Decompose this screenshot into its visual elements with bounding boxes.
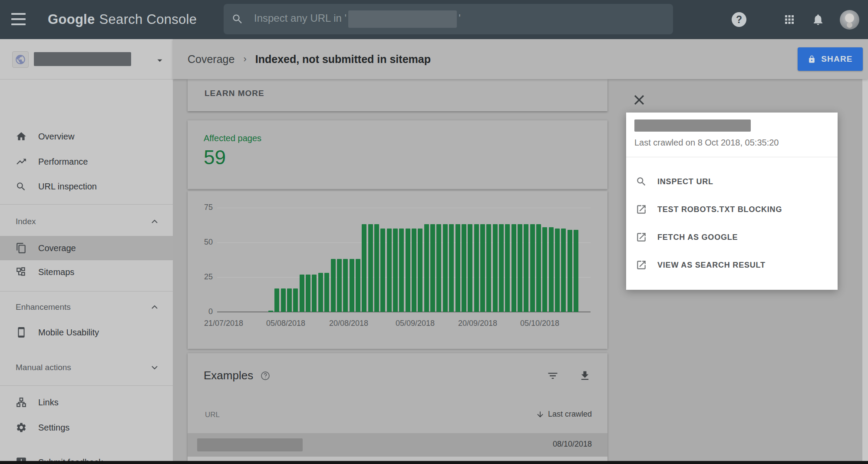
chart-bar bbox=[549, 227, 554, 312]
home-icon bbox=[16, 131, 27, 142]
chart-bar bbox=[337, 259, 342, 312]
sidebar-item-settings[interactable]: Settings bbox=[0, 415, 173, 440]
chart-bar bbox=[374, 224, 379, 312]
sidebar-item-sitemaps[interactable]: Sitemaps bbox=[0, 260, 173, 284]
chart-bar bbox=[412, 229, 416, 312]
learn-more-button[interactable]: LEARN MORE bbox=[204, 85, 265, 102]
menu-item-label: VIEW AS SEARCH RESULT bbox=[657, 261, 766, 270]
affected-pages-card: Affected pages 59 bbox=[188, 120, 607, 189]
chart-bar bbox=[274, 288, 279, 312]
examples-card: Examples URL Last crawled bbox=[188, 353, 607, 461]
chart-bar bbox=[343, 259, 348, 312]
smartphone-icon bbox=[16, 327, 27, 338]
x-tick-label: 20/09/2018 bbox=[458, 319, 497, 328]
search-icon bbox=[231, 13, 244, 25]
x-tick-label: 05/09/2018 bbox=[396, 319, 435, 328]
sidebar-item-label: Settings bbox=[38, 423, 69, 433]
chart-bar bbox=[350, 259, 354, 312]
chart-bar bbox=[455, 224, 460, 312]
chart-bar bbox=[480, 224, 485, 312]
section-header-manual-actions[interactable]: Manual actions bbox=[0, 356, 173, 379]
chart-bar bbox=[293, 288, 298, 312]
chart-bar bbox=[536, 224, 541, 312]
close-icon[interactable] bbox=[632, 93, 647, 107]
hamburger-menu-icon[interactable] bbox=[11, 13, 26, 25]
help-icon: ? bbox=[732, 12, 746, 27]
chart-bar bbox=[312, 275, 317, 312]
menu-item-test-robots[interactable]: TEST ROBOTS.TXT BLOCKING bbox=[626, 196, 838, 223]
search-icon bbox=[636, 176, 647, 187]
sidebar-item-overview[interactable]: Overview bbox=[0, 124, 173, 149]
sidebar-item-links[interactable]: Links bbox=[0, 390, 173, 414]
share-label: SHARE bbox=[821, 54, 853, 64]
property-selector[interactable] bbox=[0, 39, 173, 80]
chart-bar bbox=[443, 224, 448, 312]
filter-icon[interactable] bbox=[547, 370, 559, 384]
menu-item-label: INSPECT URL bbox=[657, 177, 713, 186]
menu-item-inspect-url[interactable]: INSPECT URL bbox=[626, 168, 838, 196]
sidebar-item-coverage[interactable]: Coverage bbox=[0, 236, 173, 260]
breadcrumb-chevron-icon: › bbox=[243, 53, 246, 65]
chart-bar bbox=[518, 224, 522, 312]
dropdown-arrow-icon bbox=[154, 55, 165, 66]
links-network-icon bbox=[16, 397, 27, 408]
chart-bar bbox=[393, 229, 398, 312]
help-button[interactable]: ? bbox=[727, 0, 751, 39]
help-outline-icon[interactable] bbox=[260, 371, 271, 381]
chart-bar bbox=[368, 224, 373, 312]
redacted-property-name bbox=[34, 52, 131, 66]
sidebar-nav: Overview Performance URL inspection Inde… bbox=[0, 39, 173, 461]
user-avatar[interactable] bbox=[840, 10, 859, 30]
share-button[interactable]: SHARE bbox=[798, 47, 863, 71]
chart-bar bbox=[524, 224, 528, 312]
chart-bar bbox=[424, 224, 429, 312]
sidebar-item-label: Mobile Usability bbox=[38, 328, 99, 338]
sidebar-item-mobile-usability[interactable]: Mobile Usability bbox=[0, 320, 173, 345]
menu-item-fetch-as-google[interactable]: FETCH AS GOOGLE bbox=[626, 223, 838, 251]
chart-bar bbox=[306, 275, 310, 312]
sidebar-item-performance[interactable]: Performance bbox=[0, 149, 173, 174]
chart-bar bbox=[331, 259, 336, 312]
column-header-last-crawled[interactable]: Last crawled bbox=[536, 410, 592, 419]
chevron-up-icon bbox=[149, 216, 160, 227]
url-inspect-search-input[interactable]: Inspect any URL in '' bbox=[224, 4, 673, 34]
breadcrumb-parent[interactable]: Coverage bbox=[188, 53, 234, 66]
last-crawled-cell: 08/10/2018 bbox=[553, 440, 592, 449]
sidebar-item-url-inspection[interactable]: URL inspection bbox=[0, 174, 173, 199]
scrollbar-track[interactable] bbox=[862, 39, 868, 461]
download-icon[interactable] bbox=[579, 370, 591, 384]
affected-pages-chart: 75 50 25 0 21/07/2018 05/08/2018 20/08/2… bbox=[188, 191, 607, 349]
page-title: Indexed, not submitted in sitemap bbox=[255, 53, 431, 66]
chart-bar bbox=[387, 229, 392, 312]
notifications-button[interactable] bbox=[806, 0, 830, 39]
sidebar-divider bbox=[0, 385, 173, 386]
chart-bar bbox=[530, 224, 535, 312]
affected-pages-label: Affected pages bbox=[204, 133, 261, 143]
chart-bar bbox=[449, 224, 454, 312]
open-in-new-icon bbox=[636, 259, 647, 271]
url-detail-panel: Last crawled on 8 Oct 2018, 05:35:20 INS… bbox=[626, 113, 838, 290]
table-row[interactable]: 08/10/2018 bbox=[188, 433, 607, 457]
chart-bar bbox=[486, 224, 491, 312]
chart-bar bbox=[474, 224, 479, 312]
section-header-enhancements[interactable]: Enhancements bbox=[0, 296, 173, 318]
section-header-index[interactable]: Index bbox=[0, 210, 173, 233]
chart-bar bbox=[499, 224, 504, 312]
sitemaps-tree-icon bbox=[16, 266, 27, 278]
lock-icon bbox=[808, 55, 816, 63]
google-search-console-app: Google Search Console Inspect any URL in… bbox=[0, 0, 868, 464]
chart-bar bbox=[568, 230, 572, 312]
chart-bar bbox=[362, 224, 366, 312]
app-logo[interactable]: Google Search Console bbox=[48, 0, 197, 39]
sidebar-item-label: Links bbox=[38, 398, 59, 408]
examples-table-header: URL Last crawled bbox=[188, 405, 607, 425]
details-card-bottom: LEARN MORE bbox=[188, 79, 607, 111]
chart-bar bbox=[380, 229, 385, 312]
apps-grid-button[interactable] bbox=[777, 0, 802, 39]
redacted-url-cell bbox=[197, 438, 303, 451]
chart-bar bbox=[493, 224, 498, 312]
menu-item-view-as-search-result[interactable]: VIEW AS SEARCH RESULT bbox=[626, 251, 838, 279]
menu-item-label: FETCH AS GOOGLE bbox=[657, 233, 738, 242]
bell-icon bbox=[812, 13, 825, 26]
sidebar-item-label: Performance bbox=[38, 157, 88, 167]
